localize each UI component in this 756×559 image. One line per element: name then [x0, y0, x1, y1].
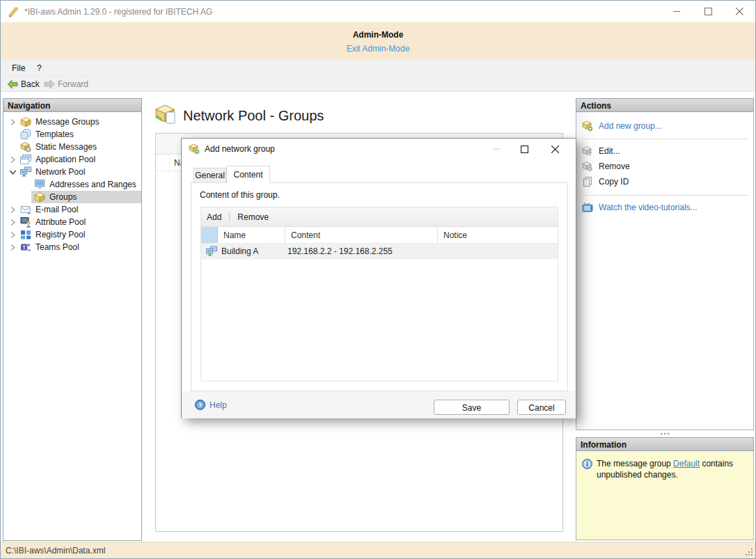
- add-button[interactable]: Add: [201, 210, 227, 225]
- actions-separator: [582, 139, 749, 139]
- application-pool-icon: [20, 154, 31, 165]
- svg-text:T: T: [22, 244, 26, 251]
- cancel-button[interactable]: Cancel: [517, 400, 566, 415]
- nav-item-application-pool[interactable]: Application Pool: [3, 153, 141, 166]
- menu-file[interactable]: File: [8, 62, 29, 74]
- default-group-link[interactable]: Default: [673, 459, 700, 469]
- maximize-button[interactable]: [693, 1, 724, 22]
- teams-pool-icon: T: [20, 242, 31, 253]
- nav-label: Attribute Pool: [36, 217, 86, 227]
- table-header-row: Name Content Notice: [201, 227, 558, 244]
- actions-header: Actions: [576, 98, 754, 112]
- title-bar: *IBI-aws Admin 1.29.0 - registered for I…: [1, 1, 755, 22]
- navigation-tree: Message Groups Templates Static Messages…: [3, 112, 142, 541]
- dialog-add-group-icon: [189, 143, 200, 155]
- data-file-path: C:\IBI-aws\Admin\Data.xml: [6, 546, 105, 556]
- registry-pool-icon: [20, 229, 31, 240]
- content-tab-panel: Content of this group. Add Remove Name C…: [191, 182, 568, 391]
- edit-action[interactable]: Edit...: [582, 144, 620, 158]
- dialog-minimize-button: [485, 139, 507, 159]
- information-header: Information: [576, 437, 754, 451]
- chevron-right-icon[interactable]: [8, 231, 17, 239]
- forward-label: Forward: [58, 79, 88, 89]
- nav-item-teams-pool[interactable]: T Teams Pool: [3, 241, 141, 253]
- add-group-icon: [582, 120, 593, 132]
- content-column-header[interactable]: Content: [285, 227, 438, 243]
- remove-action[interactable]: Remove: [582, 159, 630, 173]
- nav-label: E-mail Pool: [36, 205, 78, 214]
- edit-group-icon: [582, 145, 593, 157]
- row-content: 192.168.2.2 - 192.168.2.255: [288, 246, 440, 256]
- copy-id-icon: [582, 176, 593, 187]
- menu-bar: File ?: [1, 60, 755, 76]
- dialog-maximize-button[interactable]: [513, 139, 535, 159]
- forward-button[interactable]: Forward: [41, 77, 91, 90]
- tab-general[interactable]: General: [194, 168, 226, 183]
- save-button[interactable]: Save: [434, 400, 510, 415]
- nav-label: Registry Pool: [36, 230, 85, 239]
- resize-grip-icon[interactable]: [745, 548, 753, 556]
- icon-column-header[interactable]: [201, 227, 218, 243]
- edit-label: Edit...: [599, 146, 620, 156]
- chevron-right-icon[interactable]: [8, 219, 17, 226]
- back-label: Back: [21, 79, 40, 89]
- nav-item-groups[interactable]: Groups: [3, 191, 141, 203]
- help-label: Help: [210, 400, 227, 410]
- minimize-button[interactable]: [661, 1, 693, 22]
- row-name: Building A: [221, 246, 288, 256]
- nav-item-templates[interactable]: Templates: [3, 128, 141, 141]
- watch-tutorials-action[interactable]: Watch the video-tutorials...: [582, 200, 698, 214]
- admin-mode-banner: Admin-Mode Exit Admin-Mode: [1, 22, 755, 60]
- nav-item-attribute-pool[interactable]: Attribute Pool: [3, 216, 141, 228]
- chevron-down-icon[interactable]: [8, 169, 17, 175]
- chevron-right-icon[interactable]: [8, 244, 17, 251]
- help-link[interactable]: ? Help: [195, 400, 227, 410]
- nav-label: Network Pool: [36, 167, 85, 177]
- nav-item-addresses-and-ranges[interactable]: Addresses and Ranges: [3, 178, 141, 191]
- dialog-title-bar[interactable]: Add network group: [182, 139, 576, 159]
- remove-label: Remove: [599, 162, 630, 171]
- add-network-group-dialog: Add network group General Content Conten…: [181, 138, 576, 418]
- network-range-icon: [206, 246, 217, 257]
- dialog-footer: ? Help Save Cancel: [182, 391, 576, 418]
- table-row[interactable]: Building A 192.168.2.2 - 192.168.2.255: [201, 244, 558, 260]
- chevron-right-icon[interactable]: [8, 118, 17, 126]
- nav-item-email-pool[interactable]: E-mail Pool: [3, 203, 141, 216]
- watch-tutorials-label: Watch the video-tutorials...: [599, 203, 698, 212]
- chevron-right-icon[interactable]: [8, 206, 17, 214]
- navigation-header: Navigation: [3, 98, 142, 112]
- window-title: *IBI-aws Admin 1.29.0 - registered for I…: [24, 7, 212, 17]
- actions-panel: Add new group... Edit... Remove Copy ID: [576, 112, 754, 430]
- tv-icon: [582, 202, 593, 213]
- nav-item-registry-pool[interactable]: Registry Pool: [3, 228, 141, 241]
- menu-help[interactable]: ?: [33, 62, 46, 74]
- nav-item-static-messages[interactable]: Static Messages: [3, 141, 141, 153]
- dialog-close-button[interactable]: [544, 139, 566, 159]
- remove-group-icon: [582, 161, 593, 172]
- nav-label: Application Pool: [36, 155, 95, 164]
- info-icon: [582, 459, 592, 469]
- nav-label: Addresses and Ranges: [49, 180, 136, 189]
- nav-item-message-groups[interactable]: Message Groups: [3, 116, 141, 128]
- content-description: Content of this group.: [200, 190, 280, 200]
- table-toolbar: Add Remove: [201, 207, 558, 227]
- yellow-box-icon: [20, 116, 31, 127]
- close-button[interactable]: [724, 1, 755, 22]
- chevron-right-icon[interactable]: [8, 156, 17, 164]
- help-icon: ?: [195, 400, 205, 410]
- actions-separator: [582, 195, 749, 196]
- back-button[interactable]: Back: [4, 77, 42, 90]
- right-panel: Actions Add new group... Edit... Remove: [576, 92, 754, 543]
- forward-arrow-icon: [44, 79, 55, 89]
- nav-label: Groups: [49, 192, 77, 202]
- nav-item-network-pool[interactable]: Network Pool: [3, 166, 141, 178]
- notice-column-header[interactable]: Notice: [438, 227, 558, 243]
- panel-splitter[interactable]: [576, 430, 754, 437]
- name-column-header[interactable]: Name: [218, 227, 285, 243]
- add-new-group-action[interactable]: Add new group...: [582, 119, 662, 133]
- groups-list-icon-column: [156, 155, 170, 171]
- exit-admin-mode-link[interactable]: Exit Admin-Mode: [1, 44, 755, 54]
- tab-content[interactable]: Content: [226, 166, 270, 183]
- copy-id-action[interactable]: Copy ID: [582, 175, 629, 189]
- remove-button[interactable]: Remove: [232, 210, 274, 225]
